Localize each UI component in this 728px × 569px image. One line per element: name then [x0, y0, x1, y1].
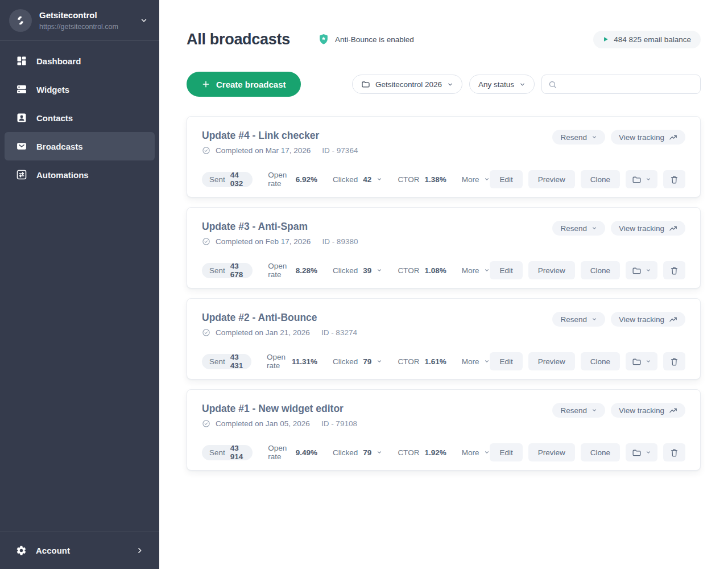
broadcast-info: Update #4 - Link checker Completed on Ma… — [202, 130, 358, 155]
move-to-folder-button[interactable] — [626, 352, 657, 370]
chevron-down-icon — [447, 81, 453, 88]
sidebar-item-label: Contacts — [36, 113, 73, 123]
edit-button[interactable]: Edit — [490, 352, 522, 370]
preview-button[interactable]: Preview — [528, 352, 575, 370]
folder-icon — [632, 175, 642, 184]
workspace-url: https://getsitecontrol.com — [39, 22, 118, 31]
create-broadcast-button[interactable]: Create broadcast — [187, 72, 301, 97]
clone-button[interactable]: Clone — [581, 261, 620, 279]
broadcast-id: ID - 97364 — [322, 146, 358, 155]
sent-stat: Sent 43 914 — [202, 445, 253, 460]
view-tracking-button[interactable]: View tracking — [611, 403, 685, 418]
view-tracking-button[interactable]: View tracking — [611, 221, 685, 236]
check-circle-icon — [202, 328, 210, 337]
chevron-down-icon — [484, 267, 490, 273]
broadcast-title[interactable]: Update #2 - Anti-Bounce — [202, 312, 357, 324]
trending-up-icon — [669, 315, 677, 324]
more-dropdown[interactable]: More — [462, 357, 490, 366]
contacts-icon — [16, 112, 27, 123]
chevron-down-icon — [484, 450, 490, 455]
sidebar-item-account[interactable]: Account — [0, 531, 159, 569]
status-filter-dropdown[interactable]: Any status — [469, 75, 535, 94]
sidebar-item-broadcasts[interactable]: Broadcasts — [5, 132, 155, 160]
clone-button[interactable]: Clone — [581, 443, 620, 461]
more-dropdown[interactable]: More — [462, 448, 490, 457]
delete-button[interactable] — [663, 261, 685, 279]
broadcast-info: Update #1 - New widget editor Completed … — [202, 403, 357, 428]
chevron-down-icon — [484, 176, 490, 182]
workspace-meta: Getsitecontrol https://getsitecontrol.co… — [39, 10, 118, 31]
broadcast-stats: Sent 44 032 Open rate 6.92% Clicked 42 C… — [202, 171, 490, 188]
clicked-stat-dropdown[interactable]: Clicked 39 — [333, 266, 382, 275]
move-to-folder-button[interactable] — [626, 443, 657, 461]
chevron-down-icon — [646, 358, 651, 364]
sent-stat: Sent 44 032 — [202, 172, 253, 187]
move-to-folder-button[interactable] — [626, 170, 657, 188]
more-dropdown[interactable]: More — [462, 266, 490, 275]
broadcast-status: Completed on Jan 05, 2026 — [216, 419, 310, 428]
clicked-stat-dropdown[interactable]: Clicked 79 — [333, 448, 382, 457]
trending-up-icon — [669, 224, 677, 233]
broadcast-info: Update #2 - Anti-Bounce Completed on Jan… — [202, 312, 357, 337]
resend-button[interactable]: Resend — [552, 312, 605, 327]
resend-button[interactable]: Resend — [552, 403, 605, 418]
page-header: All broadcasts Anti-Bounce is enabled 48… — [187, 30, 701, 49]
search-input[interactable] — [561, 80, 694, 89]
play-icon — [603, 36, 609, 42]
sidebar-item-dashboard[interactable]: Dashboard — [5, 47, 155, 75]
folder-icon — [632, 448, 642, 457]
more-dropdown[interactable]: More — [462, 175, 490, 184]
broadcast-status: Completed on Feb 17, 2026 — [216, 237, 311, 246]
clone-button[interactable]: Clone — [581, 170, 620, 188]
email-balance-badge[interactable]: 484 825 email balance — [593, 31, 701, 48]
broadcast-actions: Edit Preview Clone — [490, 261, 685, 279]
sidebar-item-label: Automations — [36, 170, 89, 180]
preview-button[interactable]: Preview — [528, 443, 575, 461]
search-icon — [548, 80, 557, 89]
edit-button[interactable]: Edit — [490, 170, 522, 188]
resend-button[interactable]: Resend — [552, 221, 605, 236]
preview-button[interactable]: Preview — [528, 170, 575, 188]
edit-button[interactable]: Edit — [490, 443, 522, 461]
view-tracking-button[interactable]: View tracking — [611, 130, 685, 145]
folder-filter-dropdown[interactable]: Getsitecontrol 2026 — [352, 75, 462, 94]
sidebar-item-widgets[interactable]: Widgets — [5, 75, 155, 104]
broadcast-title[interactable]: Update #4 - Link checker — [202, 130, 358, 142]
folder-icon — [632, 357, 642, 366]
clone-button[interactable]: Clone — [581, 352, 620, 370]
trash-icon — [669, 448, 679, 457]
chevron-down-icon — [377, 176, 382, 182]
open-rate-stat: Open rate 8.28% — [268, 262, 317, 279]
sidebar-item-label: Broadcasts — [36, 142, 83, 151]
sidebar-item-contacts[interactable]: Contacts — [5, 104, 155, 132]
edit-button[interactable]: Edit — [490, 261, 522, 279]
broadcast-list: Update #4 - Link checker Completed on Ma… — [187, 116, 701, 471]
view-tracking-button[interactable]: View tracking — [611, 312, 685, 327]
ctor-stat: CTOR 1.61% — [398, 357, 446, 366]
delete-button[interactable] — [663, 170, 685, 188]
broadcast-card: Update #4 - Link checker Completed on Ma… — [187, 116, 701, 197]
dashboard-icon — [16, 55, 27, 67]
delete-button[interactable] — [663, 352, 685, 370]
clicked-stat-dropdown[interactable]: Clicked 79 — [333, 357, 382, 366]
broadcast-stats: Sent 43 914 Open rate 9.49% Clicked 79 C… — [202, 444, 490, 461]
toolbar: Create broadcast Getsitecontrol 2026 Any… — [187, 72, 701, 97]
automations-icon — [16, 169, 27, 180]
preview-button[interactable]: Preview — [528, 261, 575, 279]
sidebar-footer: Account — [0, 531, 159, 569]
broadcast-title[interactable]: Update #1 - New widget editor — [202, 403, 357, 415]
sidebar: Getsitecontrol https://getsitecontrol.co… — [0, 0, 159, 569]
clicked-stat-dropdown[interactable]: Clicked 42 — [333, 175, 382, 184]
sidebar-item-automations[interactable]: Automations — [5, 160, 155, 189]
resend-button[interactable]: Resend — [552, 130, 605, 145]
chevron-down-icon[interactable] — [138, 14, 150, 27]
page-title: All broadcasts — [187, 31, 290, 48]
workspace-switcher[interactable]: Getsitecontrol https://getsitecontrol.co… — [0, 0, 159, 40]
broadcast-title[interactable]: Update #3 - Anti-Spam — [202, 221, 358, 233]
trash-icon — [669, 357, 679, 366]
check-circle-icon — [202, 146, 210, 155]
move-to-folder-button[interactable] — [626, 261, 657, 279]
delete-button[interactable] — [663, 443, 685, 461]
chevron-down-icon — [646, 267, 651, 273]
broadcast-actions: Edit Preview Clone — [490, 170, 685, 188]
